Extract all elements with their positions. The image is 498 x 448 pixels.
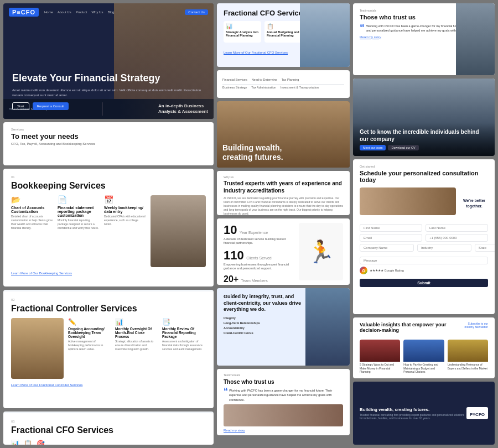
nav-cta-button[interactable]: Contact Us — [185, 9, 208, 15]
mid-testimonial-quote: Working with PkCFO has been a game-chang… — [224, 388, 343, 402]
email-input[interactable] — [360, 234, 422, 242]
controller-panel: 02 Fractional Controller Services ✏️ Ong… — [3, 290, 214, 408]
ctrl-icon-1: ✏️ — [68, 318, 112, 326]
mid-hero-image — [300, 3, 350, 67]
controller-image — [11, 318, 64, 379]
ctrl-col2-desc: Strategic allocation of assets to ensure… — [115, 340, 159, 351]
ctrl-col1-title: Ongoing Accounting/ Bookkeeping Team Ove… — [68, 327, 112, 338]
footer-sub: Trusted financial consulting firm provid… — [360, 413, 466, 420]
nav-product[interactable]: Product — [76, 11, 87, 14]
subscribe-text: Subscribe to our monthly Newsletter — [460, 322, 488, 329]
mid-testimonial-label: Testimonials — [224, 373, 343, 377]
tab-row-1: Financial Services Need to Determine Tax… — [222, 78, 344, 81]
hero-consult-button[interactable]: Request a Consult — [33, 102, 69, 110]
tab-investment[interactable]: Investment & Transportation — [281, 86, 319, 89]
stat-num-2: 110 — [224, 248, 244, 262]
why-label: Why us — [224, 175, 343, 179]
message-input[interactable] — [360, 257, 488, 264]
hero-start-button[interactable]: Start — [12, 102, 29, 110]
footer-tagline: Building wealth, creating futures. — [360, 407, 466, 412]
state-input[interactable] — [475, 244, 495, 252]
bk-col1-desc: Detailed chart of accounts customization… — [11, 215, 53, 230]
submit-button[interactable]: Submit — [360, 279, 488, 287]
google-rating-row: G ★★★★★ Google Rating — [360, 267, 488, 274]
insight-img-1 — [360, 340, 400, 362]
ctrl-col3-title: Monthly Review Of Financial Reporting Pa… — [162, 327, 206, 338]
tab-tax-planning[interactable]: Tax Planning — [282, 78, 299, 81]
bk-col-1: 📂 Chart of Accounts Customization Detail… — [11, 195, 53, 267]
insight-caption-3: Understanding Relevance of Buyers and Se… — [448, 363, 488, 370]
right-trust-panel: Testimonials Those who trust us Working … — [353, 3, 495, 75]
wealth-text: Building wealth,creating futures. — [222, 143, 283, 162]
last-name-input[interactable] — [426, 224, 488, 232]
mid-card-title-2: Annual Budgeting and Financial Planning — [267, 30, 300, 37]
right-trust-image — [456, 3, 495, 75]
form-contact-row — [360, 234, 488, 242]
ctrl-col-1: ✏️ Ongoing Accounting/ Bookkeeping Team … — [68, 318, 112, 379]
meet-team-button[interactable]: Meet our team — [360, 145, 386, 150]
mid-hero-link[interactable]: Learn More of Our Fractional CFO Service… — [224, 51, 288, 54]
industry-input[interactable] — [417, 244, 471, 252]
google-rating-text: ★★★★★ Google Rating — [370, 269, 404, 272]
stat-desc-1: A decade of dedicated service building t… — [224, 237, 294, 245]
nav-whyus[interactable]: Why Us — [91, 11, 103, 14]
footer-logo: P≡CFO — [466, 407, 488, 419]
hero-body: Amet minim mollit non deserunt ullamco e… — [12, 88, 205, 98]
company-input[interactable] — [360, 244, 414, 252]
tab-need-determine[interactable]: Need to Determine — [252, 78, 277, 81]
team-title: Get to know the incredible individuals b… — [360, 128, 488, 143]
insight-card-2: How to Pay for Creating and Maintaining … — [403, 340, 444, 374]
wealth-banner: Building wealth,creating futures. — [217, 101, 350, 168]
tab-financial-services[interactable]: Financial Services — [222, 78, 247, 81]
stat-desc-2: Empowering businesses through expert fin… — [224, 263, 294, 270]
mid-hero-panel: Fractional CFO Services 📊 Strategic Anal… — [217, 3, 350, 67]
bookkeeping-link[interactable]: Learn More of Our Bookkeeping Services — [11, 272, 206, 275]
nav-about[interactable]: About Us — [58, 11, 71, 14]
hero-buttons: Start Request a Consult — [12, 102, 205, 110]
ctrl-icon-3: 📑 — [162, 318, 206, 326]
mid-testimonial-panel: Testimonials Those who trust us Working … — [217, 369, 350, 435]
stat-unit-2: Clients Served — [246, 256, 272, 260]
tab-business-strategy[interactable]: Business Strategy — [222, 86, 247, 89]
mid-testimonial-title: Those who trust us — [224, 379, 343, 385]
bk-icon-2: 📄 — [58, 195, 100, 204]
stat-team: 20+ Team Members A diverse team of certi… — [224, 274, 294, 285]
fcfo-icon-2: 📋 — [24, 440, 32, 445]
right-column: Testimonials Those who trust us Working … — [353, 3, 495, 445]
tab-tax-admin[interactable]: Tax Administration — [251, 86, 276, 89]
mid-testimonial-readmore[interactable]: Read my story — [224, 429, 343, 432]
nav-blog[interactable]: Blog — [107, 11, 114, 14]
controller-link[interactable]: Learn More of Our Fractional Controller … — [11, 383, 206, 387]
insight-caption-2: How to Pay for Creating and Maintaining … — [403, 363, 444, 374]
insight-card-3: Understanding Relevance of Buyers and Se… — [448, 340, 488, 374]
values-image — [305, 288, 350, 366]
form-name-row — [360, 224, 488, 232]
first-name-input[interactable] — [360, 224, 422, 232]
controller-title: Fractional Controller Services — [11, 304, 206, 314]
bk-col3-desc: Dedicated CPA's with educational experie… — [104, 215, 146, 226]
bookkeeping-title: Bookkeeping Services — [11, 181, 206, 191]
nav-links: Home About Us Product Why Us Blog — [44, 11, 185, 14]
download-cv-button[interactable]: Download our CV — [388, 145, 418, 150]
mid-card-title-1: Strategic Analysis Into Financial Planni… — [226, 30, 259, 37]
bookkeeping-content: 📂 Chart of Accounts Customization Detail… — [11, 195, 206, 267]
insights-cards: 5 Strategic Ways to Cut and Make Money i… — [360, 340, 488, 374]
bookkeeping-columns: 📂 Chart of Accounts Customization Detail… — [11, 195, 146, 267]
stats-panel: 10 Year Experience A decade of dedicated… — [217, 218, 350, 285]
team-panel: Get to know the incredible individuals b… — [353, 79, 495, 156]
why-panel: Why us Trusted experts with years of exp… — [217, 171, 350, 215]
footer-text: Building wealth, creating futures. Trust… — [360, 407, 466, 420]
stat-clients: 110 Clients Served Empowering businesses… — [224, 248, 294, 270]
nav-home[interactable]: Home — [44, 11, 53, 14]
services-label: Services — [11, 128, 206, 131]
schedule-title: Schedule your personalized consultation … — [360, 170, 488, 183]
phone-input[interactable] — [426, 234, 488, 242]
footer-logo-text: P≡CFO — [470, 412, 485, 417]
ctrl-col3-desc: Assessment and mitigation of financial r… — [162, 340, 206, 351]
value-client-centric-label: Client-Centric Focus — [224, 331, 253, 335]
bookkeeping-panel: 01 Bookkeeping Services 📂 Chart of Accou… — [3, 169, 214, 286]
bk-col-3: 📅 Weekly bookkeeping/ data entry Dedicat… — [104, 195, 146, 267]
schedule-panel: Get started Schedule your personalized c… — [353, 159, 495, 314]
ctrl-col-2: 📊 Monthly Oversight Of Month-End Close P… — [115, 318, 159, 379]
fcfo-icon-3: 🎯 — [37, 440, 45, 445]
